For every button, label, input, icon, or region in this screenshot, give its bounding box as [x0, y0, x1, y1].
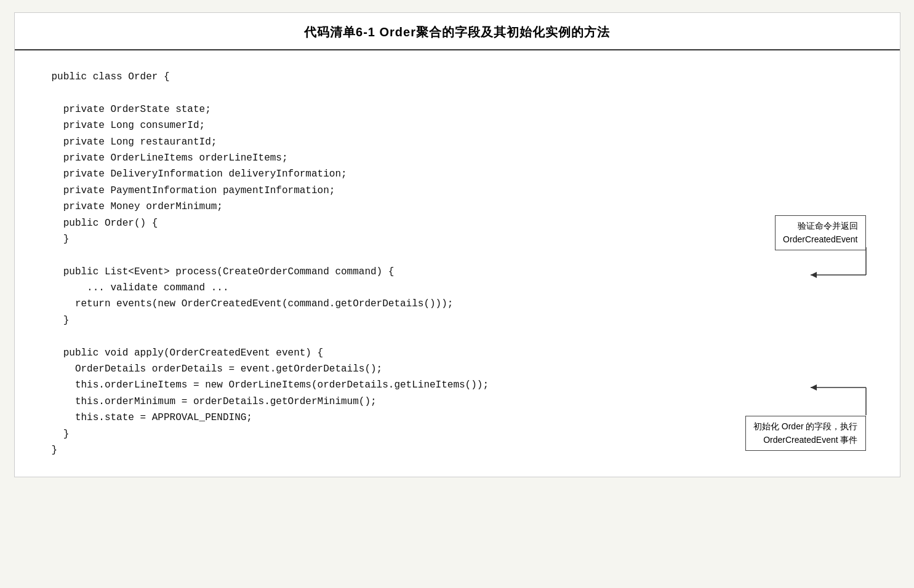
svg-marker-2	[811, 272, 817, 278]
arrow-2	[700, 378, 866, 415]
code-block: public class Order { private OrderState …	[15, 50, 900, 477]
page-container: 代码清单6-1 Order聚合的字段及其初始化实例的方法 public clas…	[14, 12, 900, 477]
arrow-1	[700, 247, 866, 284]
annotation-box-2: 初始化 Order 的字段，执行 OrderCreatedEvent 事件	[745, 416, 866, 451]
annotation-box-1: 验证命令并返回 OrderCreatedEvent	[775, 215, 865, 250]
svg-marker-5	[811, 384, 817, 391]
page-title: 代码清单6-1 Order聚合的字段及其初始化实例的方法	[15, 13, 900, 50]
